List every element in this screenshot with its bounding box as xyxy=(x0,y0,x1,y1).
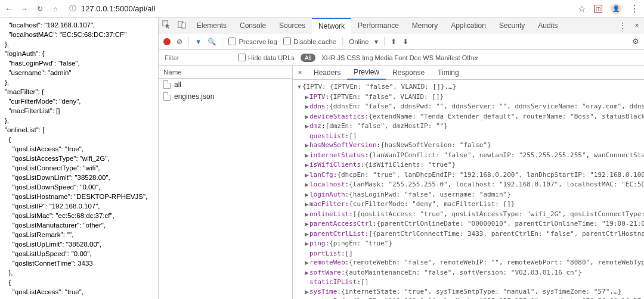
upload-har-icon[interactable]: ⬆ xyxy=(391,38,397,46)
disclosure-icon[interactable] xyxy=(304,122,309,132)
disclosure-icon[interactable] xyxy=(304,258,309,268)
tree-root[interactable]: {IPTV: {IPTVEn: "false", VLANID: []},…} xyxy=(302,82,456,92)
tree-value: {lanIP: "192.168.0.1", lanMask: "255.255… xyxy=(353,297,644,299)
tree-row[interactable]: onlineList: [{qosListAccess: "true", qos… xyxy=(296,210,644,220)
hide-data-urls-checkbox[interactable]: Hide data URLs xyxy=(238,54,295,61)
tree-row[interactable]: staticIPList: [] xyxy=(296,278,644,287)
tab-network[interactable]: Network xyxy=(312,18,351,33)
throttle-select[interactable]: Online ▾ xyxy=(349,38,378,46)
disclosure-icon[interactable] xyxy=(304,239,309,249)
tree-row[interactable]: systemInfo: {lanIP: "192.168.0.1", lanMa… xyxy=(296,297,644,299)
disclosure-icon[interactable] xyxy=(304,180,309,190)
bookmark-icon[interactable]: ☆ xyxy=(578,4,586,14)
preview-tree[interactable]: {IPTV: {IPTVEn: "false", VLANID: []},…} … xyxy=(293,80,644,299)
home-icon[interactable]: ⌂ xyxy=(51,5,60,13)
tree-row[interactable]: lanCfg: {dhcpEn: "true", lanDhcpEndIP: "… xyxy=(296,170,644,180)
tab-security[interactable]: Security xyxy=(493,18,531,33)
tab-sources[interactable]: Sources xyxy=(273,18,312,33)
resp-tab-headers[interactable]: Headers xyxy=(307,66,347,80)
tree-row[interactable]: portList: [] xyxy=(296,249,644,258)
ublock-icon[interactable]: ◫ xyxy=(594,5,602,13)
tree-row[interactable]: localhost: {lanMask: "255.255.255.0", lo… xyxy=(296,180,644,190)
tab-audits[interactable]: Audits xyxy=(531,18,564,33)
tab-application[interactable]: Application xyxy=(444,18,493,33)
tab-elements[interactable]: Elements xyxy=(190,18,233,33)
request-item-label: all xyxy=(174,80,181,89)
disclosure-icon[interactable] xyxy=(304,92,309,102)
forward-icon[interactable]: → xyxy=(20,5,29,13)
reload-icon[interactable]: ↻ xyxy=(36,5,44,13)
filter-all[interactable]: All xyxy=(301,54,316,62)
tab-console[interactable]: Console xyxy=(233,18,273,33)
inspect-icon[interactable] xyxy=(159,20,174,30)
disclosure-icon[interactable] xyxy=(304,190,309,200)
resp-tab-response[interactable]: Response xyxy=(386,66,431,80)
disclosure-icon[interactable] xyxy=(304,102,309,112)
tree-row[interactable]: parentCtrlList: [{parentCtrlConnectTime:… xyxy=(296,229,644,239)
tree-row[interactable]: loginAuth: {hasLoginPwd: "false", userna… xyxy=(296,190,644,200)
record-icon[interactable] xyxy=(163,38,171,45)
request-item[interactable]: engines.json xyxy=(159,91,292,102)
network-toolbar: ⊘ ▼ 🔍 Preserve log Disable cache Online … xyxy=(159,33,644,50)
tree-row[interactable]: internetStatus: {lanWanIPConflict: "fals… xyxy=(296,151,644,161)
tree-row[interactable]: ping: {pingEn: "true"} xyxy=(296,239,644,249)
back-icon[interactable]: ← xyxy=(5,5,13,13)
disclosure-icon[interactable] xyxy=(304,219,309,229)
tab-memory[interactable]: Memory xyxy=(405,18,444,33)
request-list-header: Name xyxy=(159,66,292,79)
filter-types[interactable]: XHR JS CSS Img Media Font Doc WS Manifes… xyxy=(321,54,478,61)
tree-row[interactable]: ddns: {ddnsEn: "false", ddnsPwd: "", ddn… xyxy=(296,102,644,112)
tree-key: systemInfo xyxy=(309,297,349,299)
filter-input[interactable] xyxy=(163,54,232,62)
tree-row[interactable]: sysTime: {internetState: "true", sysTime… xyxy=(296,287,644,297)
disclosure-icon[interactable] xyxy=(304,200,309,210)
filter-icon[interactable]: ▼ xyxy=(195,38,202,45)
response-panel: × Headers Preview Response Timing {IPTV:… xyxy=(293,66,644,299)
disclosure-icon[interactable] xyxy=(304,160,309,170)
preserve-log-checkbox[interactable]: Preserve log xyxy=(228,38,277,45)
tree-row[interactable]: softWare: {autoMaintenanceEn: "false", s… xyxy=(296,268,644,278)
resp-tab-timing[interactable]: Timing xyxy=(431,66,466,80)
devtools-menu-icon[interactable]: ⋮ xyxy=(615,21,630,30)
disclosure-icon[interactable] xyxy=(304,151,309,161)
site-info-icon[interactable]: ⓘ xyxy=(69,4,76,14)
disable-cache-checkbox[interactable]: Disable cache xyxy=(283,38,336,45)
tree-value: {hasNewSoftVersion: "false"} xyxy=(380,141,491,150)
settings-icon[interactable]: ⚙ xyxy=(632,37,639,46)
address-bar[interactable]: ⓘ 127.0.0.1:5000/api/all xyxy=(66,4,572,14)
browser-menu-icon[interactable]: ⋮ xyxy=(630,3,639,14)
disclosure-icon[interactable] xyxy=(304,141,309,151)
disclosure-icon[interactable] xyxy=(304,112,309,122)
devtools-close-icon[interactable]: × xyxy=(630,21,644,30)
resp-tab-preview[interactable]: Preview xyxy=(347,66,386,80)
disclosure-icon[interactable] xyxy=(304,287,309,297)
clear-icon[interactable]: ⊘ xyxy=(177,38,182,46)
tree-key: remoteWeb xyxy=(309,258,345,267)
tree-row[interactable]: hasNewSoftVersion: {hasNewSoftVersion: "… xyxy=(296,141,644,151)
search-icon[interactable]: 🔍 xyxy=(208,38,216,46)
disclosure-icon[interactable] xyxy=(304,268,309,278)
tree-key: internetStatus xyxy=(309,151,365,160)
close-response-icon[interactable]: × xyxy=(293,68,307,77)
tree-value: [{qosListAccess: "true", qosListAccessTy… xyxy=(353,210,644,219)
disclosure-icon[interactable] xyxy=(304,210,309,220)
device-toolbar-icon[interactable] xyxy=(174,20,190,30)
disclosure-icon[interactable] xyxy=(304,229,309,239)
disclosure-icon[interactable] xyxy=(304,170,309,180)
tree-key: parentAccessCtrl xyxy=(309,219,373,229)
tree-row[interactable]: remoteWeb: {remoteWebEn: "false", remote… xyxy=(296,258,644,268)
tree-row[interactable]: isWifiClients: {isWifiClients: "true"} xyxy=(296,160,644,170)
tab-performance[interactable]: Performance xyxy=(351,18,405,33)
tree-row[interactable]: parentAccessCtrl: {parentCtrlOnlineDate:… xyxy=(296,219,644,229)
tree-row[interactable]: macFilter: {curFilterMode: "deny", macFi… xyxy=(296,200,644,210)
page-json-viewer: "localhost": "192.168.0.107", "localhost… xyxy=(0,18,158,299)
request-item[interactable]: all xyxy=(159,79,292,91)
tree-value: {pingEn: "true"} xyxy=(329,239,392,248)
tree-row[interactable]: guestList: [] xyxy=(296,132,644,141)
tree-row[interactable]: dmz: {dmzEn: "false", dmzHostIP: ""} xyxy=(296,122,644,132)
tree-row[interactable]: deviceStastics: {extendName: "Tenda_Exte… xyxy=(296,112,644,122)
disclosure-icon[interactable] xyxy=(304,297,309,299)
download-har-icon[interactable]: ⬇ xyxy=(402,38,408,46)
profile-avatar[interactable]: 👤 xyxy=(611,4,621,14)
tree-row[interactable]: IPTV: {IPTVEn: "false", VLANID: []} xyxy=(296,92,644,102)
